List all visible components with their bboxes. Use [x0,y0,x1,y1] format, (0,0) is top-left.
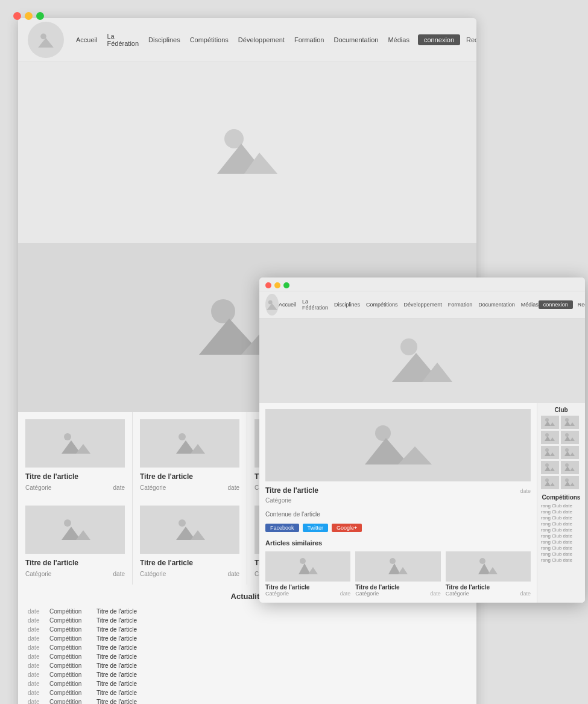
search-label[interactable]: Recherche [466,36,476,43]
svg-marker-1 [38,38,54,48]
main-nav: Accueil La Fédération Disciplines Compét… [76,33,409,47]
svg-marker-51 [550,422,555,426]
connexion-button[interactable]: connexion [418,34,460,45]
card-date-5: date [113,571,125,577]
svg-marker-45 [398,567,408,574]
fg-nav-disciplines[interactable]: Disciplines [334,302,360,308]
fg-nav-developpement[interactable]: Développement [404,302,442,308]
card-date-6: date [228,571,239,577]
fg-article-image [265,409,531,481]
fg-similar-card-title-3: Titre de l'article [446,584,531,591]
actualite-row-10: date Compétition Titre de l'article [28,697,467,704]
actualite-title-9[interactable]: Titre de l'article [96,690,137,696]
fg-similar-cat-3: Catégorie [446,591,469,597]
card-cat-2: Catégorie [140,484,166,491]
comp-date-8: date [563,551,572,557]
fg-minimize-dot[interactable] [274,282,280,288]
similar-mountain-icon [477,557,499,576]
actualite-title-1[interactable]: Titre de l'article [96,617,137,624]
comp-club-3: Club [552,521,561,527]
fg-article-date: date [520,488,531,494]
actualite-competition-7: Compétition [49,671,92,678]
fg-sidebar-club-img-4a [541,461,559,474]
fg-search-label[interactable]: Recherche [578,302,585,308]
comp-club-6: Club [552,539,561,545]
svg-point-49 [545,418,549,422]
fg-nav-medias[interactable]: Médias [521,302,539,308]
facebook-button[interactable]: Facebook [265,524,299,532]
svg-point-73 [545,478,549,482]
nav-federation[interactable]: La Fédération [107,33,139,47]
minimize-dot[interactable] [25,12,33,20]
nav-developpement[interactable]: Développement [238,36,285,43]
comp-club-2: Club [552,515,561,521]
nav-documentation[interactable]: Documentation [334,36,378,43]
svg-marker-77 [564,481,571,486]
fg-similar-grid: Titre de l'article Catégorie date [265,551,531,597]
actualite-competition-9: Compétition [49,690,92,696]
actualite-row-3: date Compétition Titre de l'article [28,634,467,643]
actualite-title-10[interactable]: Titre de l'article [96,699,137,704]
comp-date-4: date [563,527,572,533]
actualite-title-7[interactable]: Titre de l'article [96,671,137,678]
fg-nav-documentation[interactable]: Documentation [478,302,515,308]
actualite-date-1: date [28,617,45,624]
googleplus-button[interactable]: Google+ [332,524,362,532]
fg-logo [265,294,279,316]
actualite-title-6[interactable]: Titre de l'article [96,662,137,669]
svg-marker-53 [564,421,571,426]
nav-medias[interactable]: Médias [388,36,409,43]
actualite-title-5[interactable]: Titre de l'article [96,653,137,660]
fg-nav-accueil[interactable]: Accueil [279,302,296,308]
svg-point-40 [300,558,306,564]
svg-point-76 [565,478,569,482]
actualite-competition-6: Compétition [49,662,92,669]
nav-right: connexion Recherche [418,34,476,45]
comp-date-3: date [563,521,572,527]
actualite-title-0[interactable]: Titre de l'article [96,608,137,615]
actualite-date-9: date [28,690,45,696]
fg-nav-competitions[interactable]: Compétitions [366,302,398,308]
fg-similar-date-3: date [520,591,531,597]
fg-comp-row-0: rang Club date [541,503,581,509]
fg-sidebar-club-row-1 [541,416,581,429]
fg-similar-card-title-1: Titre de l'article [265,584,350,591]
fg-sidebar-club-img-2b [561,431,579,444]
actualite-date-10: date [28,699,45,704]
svg-marker-33 [267,303,277,310]
svg-marker-63 [550,452,555,456]
fg-similar-title: Articles similaires [265,539,531,547]
sidebar-mountain-icon [564,448,576,457]
actualite-title-8[interactable]: Titre de l'article [96,680,137,687]
actualite-title-2[interactable]: Titre de l'article [96,626,137,633]
card-image-2 [140,419,239,468]
close-dot[interactable] [13,12,21,20]
fg-main-content: Titre de l'article Catégorie date Conten… [259,403,537,603]
fg-similar-card-2: Titre de l'article Catégorie date [355,551,440,597]
svg-marker-41 [299,563,311,574]
card-mountain-icon [60,432,90,455]
actualite-title-4[interactable]: Titre de l'article [96,644,137,651]
twitter-button[interactable]: Twitter [303,524,329,532]
fg-similar-cat-1: Catégorie [265,591,289,597]
nav-formation[interactable]: Formation [294,36,324,43]
fg-close-dot[interactable] [265,282,271,288]
fg-connexion-button[interactable]: connexion [539,300,573,309]
nav-disciplines[interactable]: Disciplines [148,36,180,43]
actualite-row-9: date Compétition Titre de l'article [28,688,467,697]
nav-competitions[interactable]: Compétitions [190,36,229,43]
svg-marker-10 [76,444,90,454]
fg-similar-card-title-2: Titre de l'article [355,584,440,591]
card-cat-6: Catégorie [140,571,166,577]
svg-marker-66 [570,452,575,456]
nav-accueil[interactable]: Accueil [76,36,97,43]
fg-nav-formation[interactable]: Formation [448,302,473,308]
fg-sidebar-club-img-3b [561,446,579,459]
fg-maximize-dot[interactable] [283,282,289,288]
fg-nav-federation[interactable]: La Fédération [302,299,328,311]
actualite-title-3[interactable]: Titre de l'article [96,635,137,642]
bg-header: Accueil La Fédération Disciplines Compét… [18,18,476,62]
actualite-row-1: date Compétition Titre de l'article [28,616,467,625]
bg-header-right: Accueil La Fédération Disciplines Compét… [76,33,476,47]
maximize-dot[interactable] [36,12,44,20]
